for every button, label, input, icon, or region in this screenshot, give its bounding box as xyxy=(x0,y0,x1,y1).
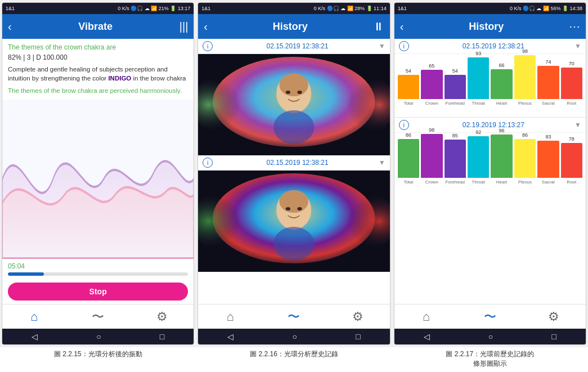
bar-axis-label-sacral: Sacral xyxy=(542,101,555,106)
home-android-1[interactable]: ○ xyxy=(96,332,101,341)
dropdown-icon-2[interactable]: ▼ xyxy=(379,159,385,167)
bar-value-forehead: 85 xyxy=(452,133,458,138)
brow-text: The themes of the brow chakra are percei… xyxy=(8,86,188,95)
home-btn-3[interactable]: ⌂ xyxy=(394,310,458,324)
bottom-nav-3: ⌂ 〜 ⚙ xyxy=(394,304,586,329)
chart-dropdown-2[interactable]: ▼ xyxy=(574,121,581,129)
bar-chart-1: 54Total65Crown54Forehead93Throat66Heart9… xyxy=(398,59,582,115)
pulse-btn-3[interactable]: 〜 xyxy=(458,308,522,325)
bar-axis-label-total: Total xyxy=(403,101,413,106)
bar-col-plexus: 86Plexus xyxy=(514,132,536,185)
history-item-2: i 02.15.2019 12:38:21 ▼ xyxy=(198,155,389,272)
screen1-content: The themes of the crown chakra are 82% |… xyxy=(2,39,194,304)
info-icon-2[interactable]: i xyxy=(203,158,213,168)
history-header-2: i 02.15.2019 12:38:21 ▼ xyxy=(198,155,389,171)
bar-axis-label-throat: Throat xyxy=(472,180,485,185)
svg-point-17 xyxy=(273,227,314,261)
aura-svg-1 xyxy=(198,54,389,155)
description-text: Complete and gentle healing of subjects … xyxy=(8,65,188,83)
bar-col-forehead: 54Forehead xyxy=(445,68,466,106)
captions-row: 圖 2.2.15：光環分析後的振動 圖 2.2.16：光環分析歷史記錄 圖 2.… xyxy=(0,347,588,372)
nav-bar-3: ‹ History ⋯ xyxy=(394,14,586,39)
stop-button[interactable]: Stop xyxy=(8,283,188,301)
bar-axis-label-throat: Throat xyxy=(472,101,485,106)
back-icon-3[interactable]: ‹ xyxy=(400,20,404,33)
bar-rect-total xyxy=(398,75,419,99)
pulse-btn-1[interactable]: 〜 xyxy=(66,308,129,325)
nav-bar-1: ‹ Vibrate ||| xyxy=(2,14,194,39)
timer-label: 05:04 xyxy=(8,262,188,270)
bar-rect-forehead xyxy=(445,75,466,99)
history-date-2: 02.15.2019 12:38:21 xyxy=(216,159,378,167)
bar-col-root: 78Root xyxy=(561,136,582,185)
history-scroll-2[interactable]: i 02.15.2019 12:38:21 ▼ xyxy=(198,39,389,304)
recents-android-2[interactable]: □ xyxy=(356,332,360,341)
home-android-2[interactable]: ○ xyxy=(293,332,297,341)
bar-axis-label-forehead: Forehead xyxy=(446,101,465,106)
chart-dropdown-1[interactable]: ▼ xyxy=(574,42,581,50)
dropdown-icon-1[interactable]: ▼ xyxy=(379,42,385,50)
settings-btn-2[interactable]: ⚙ xyxy=(326,310,389,324)
bar-value-throat: 92 xyxy=(475,129,481,135)
bar-rect-forehead xyxy=(445,140,466,178)
menu-icon-1[interactable]: ||| xyxy=(179,20,188,33)
bar-col-throat: 92Throat xyxy=(468,129,489,185)
bar-value-sacral: 74 xyxy=(545,59,551,65)
chart-group-2: i 02.19.2019 12:13:27 ▼ 86Total98Crown85… xyxy=(394,118,586,196)
screen3-title: History xyxy=(403,21,569,33)
back-icon-2[interactable]: ‹ xyxy=(204,20,208,33)
history-scroll-3[interactable]: i 02.15.2019 12:38:21 ▼ 54Total65Crown54… xyxy=(394,39,586,304)
home-btn-1[interactable]: ⌂ xyxy=(2,310,66,324)
bar-axis-label-sacral: Sacral xyxy=(542,180,555,185)
info-icon-1[interactable]: i xyxy=(203,41,213,51)
bar-chart-container-1: 54Total65Crown54Forehead93Throat66Heart9… xyxy=(394,54,586,117)
bar-rect-crown xyxy=(421,70,442,99)
android-bar-1: ◁ ○ □ xyxy=(2,329,194,344)
bar-value-throat: 93 xyxy=(475,51,481,56)
settings-btn-1[interactable]: ⚙ xyxy=(130,310,194,324)
screen1-title: Vibrate xyxy=(12,21,179,33)
bar-value-crown: 65 xyxy=(429,63,434,69)
status-bar-2: 1&1 0 K/s 🔵🎧 ☁ 📶 28% 🔋 11:14 xyxy=(198,3,389,14)
screen1-text-area: The themes of the crown chakra are 82% |… xyxy=(2,39,194,100)
back-android-3[interactable]: ◁ xyxy=(424,332,430,341)
nav-bar-2: ‹ History ⏸ xyxy=(198,14,389,39)
caption-3: 圖 2.2.17：光環前歷史記錄的 條形圖顯示 xyxy=(392,349,588,369)
back-android-1[interactable]: ◁ xyxy=(32,332,38,341)
recents-android-1[interactable]: □ xyxy=(160,332,164,341)
bar-axis-label-crown: Crown xyxy=(425,180,438,185)
bar-col-heart: 66Heart xyxy=(491,62,512,106)
crown-title: The themes of the crown chakra are xyxy=(8,43,188,51)
menu-icon-2[interactable]: ⏸ xyxy=(373,20,384,33)
bar-col-crown: 65Crown xyxy=(421,63,442,106)
back-android-2[interactable]: ◁ xyxy=(227,332,234,341)
pulse-btn-2[interactable]: 〜 xyxy=(262,308,326,325)
bar-col-crown: 98Crown xyxy=(421,127,442,185)
home-android-3[interactable]: ○ xyxy=(488,332,493,341)
svg-point-7 xyxy=(298,91,302,94)
recents-android-3[interactable]: □ xyxy=(551,332,556,341)
svg-point-5 xyxy=(280,74,309,96)
back-icon-1[interactable]: ‹ xyxy=(8,20,12,33)
bar-axis-label-plexus: Plexus xyxy=(518,180,532,185)
settings-btn-3[interactable]: ⚙ xyxy=(522,310,586,324)
screen2-content: i 02.15.2019 12:38:21 ▼ xyxy=(198,39,389,304)
home-btn-2[interactable]: ⌂ xyxy=(198,310,262,324)
bar-value-root: 70 xyxy=(569,61,574,66)
status-carrier-1: 1&1 xyxy=(6,6,15,11)
svg-point-6 xyxy=(286,91,290,94)
chart-date-1: 02.15.2019 12:38:21 xyxy=(412,42,574,50)
bar-col-heart: 96Heart xyxy=(491,128,512,185)
bar-rect-heart xyxy=(491,135,512,178)
phone-screen-2: 1&1 0 K/s 🔵🎧 ☁ 📶 28% 🔋 11:14 ‹ History ⏸… xyxy=(198,2,390,345)
bar-col-sacral: 83Sacral xyxy=(537,134,559,185)
bar-rect-root xyxy=(561,68,582,99)
bar-value-sacral: 83 xyxy=(545,134,551,140)
chart-info-icon-1[interactable]: i xyxy=(399,41,409,51)
history-date-1: 02.15.2019 12:38:21 xyxy=(216,42,378,50)
status-carrier-3: 1&1 xyxy=(398,6,407,11)
bar-axis-label-heart: Heart xyxy=(496,101,508,106)
status-right-1: 0 K/s 🔵🎧 ☁ 📶 21% 🔋 13:17 xyxy=(118,6,190,11)
menu-icon-3[interactable]: ⋯ xyxy=(569,20,580,33)
chart-info-icon-2[interactable]: i xyxy=(399,120,409,130)
